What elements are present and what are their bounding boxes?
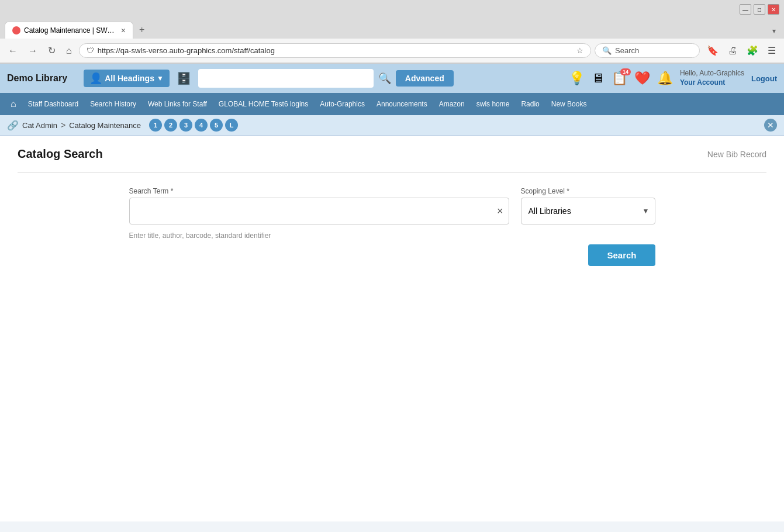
logout-button[interactable]: Logout [751,74,777,83]
nav-web-links[interactable]: Web Links for Staff [142,94,213,114]
search-glass-icon: 🔍 [602,46,612,55]
breadcrumb-num-1[interactable]: 1 [149,119,162,132]
search-button[interactable]: Search [588,244,655,266]
breadcrumb-numbers: 1 2 3 4 5 L [149,119,238,132]
account-link[interactable]: Your Account [680,78,725,88]
nav-auto-graphics[interactable]: Auto-Graphics [314,94,371,114]
browser-addressbar: ← → ↻ ⌂ 🛡 https://qa-swls-verso.auto-gra… [0,39,784,63]
page-title: Catalog Search [18,147,103,161]
extensions-button[interactable]: 🧩 [743,43,762,58]
user-section: Hello, Auto-Graphics Your Account [680,69,744,87]
maximize-button[interactable]: □ [754,4,765,15]
scoping-level-select[interactable]: All Libraries My Library My Group [521,198,655,224]
global-search-button[interactable]: 🔍 [378,72,391,85]
search-hint-text: Enter title, author, barcode, standard i… [129,232,655,240]
search-term-label: Search Term * [129,187,509,195]
nav-new-books[interactable]: New Books [545,94,593,114]
bookmarks-button[interactable]: 🔖 [703,43,722,58]
nav-radio[interactable]: Radio [515,94,545,114]
nav-staff-dashboard[interactable]: Staff Dashboard [22,94,85,114]
home-nav-button[interactable]: ⌂ [5,94,22,114]
window-controls: — □ ✕ [740,4,779,15]
bookmark-icon[interactable]: ☆ [576,46,583,55]
database-icon[interactable]: 🗄️ [177,71,191,85]
search-type-dropdown[interactable]: 👤 All Headings ▼ [84,70,170,87]
reports-icon-wrap[interactable]: 🖥 [592,71,605,86]
nav-search-history[interactable]: Search History [84,94,142,114]
breadcrumb-separator: > [61,120,65,130]
heart-icon: ❤️ [634,71,650,85]
favorites-icon-wrap[interactable]: ❤️ [634,71,650,86]
global-search-input[interactable] [198,69,374,88]
cat-admin-label: Cat Admin [22,121,57,130]
clear-search-button[interactable]: × [497,205,503,217]
advanced-button[interactable]: Advanced [396,70,454,87]
header-right: 💡 🖥 📋 14 ❤️ 🔔 Hello, Auto-Graphics Your … [569,69,777,87]
breadcrumb-num-4[interactable]: 4 [195,119,208,132]
search-term-input-wrap: × [129,198,509,224]
bell-icon: 🔔 [657,71,673,85]
back-button[interactable]: ← [5,43,21,58]
print-button[interactable]: 🖨 [724,43,741,58]
library-name: Demo Library [7,73,67,84]
menu-button[interactable]: ☰ [764,43,779,58]
nav-swls-home[interactable]: swls home [471,94,516,114]
search-placeholder: Search [615,46,639,55]
content-header: Catalog Search New Bib Record [18,147,766,161]
dropdown-chevron-icon: ▼ [157,74,164,82]
browser-titlebar: — □ ✕ [0,0,784,19]
breadcrumb-num-l[interactable]: L [225,119,238,132]
browser-actions: 🔖 🖨 🧩 ☰ [703,43,779,58]
search-button-row: Search [129,244,655,266]
person-icon: 👤 [89,72,102,85]
catalog-maintenance-label: Catalog Maintenance [69,121,141,130]
forward-button[interactable]: → [25,43,41,58]
alerts-icon-wrap[interactable]: 🔔 [657,71,673,86]
scoping-level-label: Scoping Level * [521,187,655,195]
browser-chrome: — □ ✕ Catalog Maintenance | SWLS | × + ▾… [0,0,784,64]
breadcrumb-num-2[interactable]: 2 [164,119,177,132]
scoping-level-group: Scoping Level * All Libraries My Library… [521,187,655,224]
navigation-bar: ⌂ Staff Dashboard Search History Web Lin… [0,93,784,115]
new-bib-record-link[interactable]: New Bib Record [707,150,766,159]
refresh-button[interactable]: ↻ [44,43,59,58]
breadcrumb-link-icon: 🔗 [7,120,19,131]
search-term-input[interactable] [129,198,509,224]
search-type-label: All Headings [105,74,154,83]
hello-text: Hello, Auto-Graphics [680,69,744,78]
breadcrumb-num-5[interactable]: 5 [210,119,223,132]
address-icons: ☆ [576,46,583,55]
notifications-icon-wrap[interactable]: 📋 14 [612,71,627,86]
active-tab[interactable]: Catalog Maintenance | SWLS | × [5,22,133,39]
search-form-row: Search Term * × Scoping Level * All Libr… [129,187,655,224]
browser-tabs: Catalog Maintenance | SWLS | × + ▾ [0,19,784,39]
catalog-search-form: Search Term * × Scoping Level * All Libr… [129,187,655,266]
tab-favicon [12,26,20,34]
tab-title: Catalog Maintenance | SWLS | [24,26,118,34]
nav-announcements[interactable]: Announcements [371,94,433,114]
notification-badge: 14 [620,68,631,75]
app-header: Demo Library 👤 All Headings ▼ 🗄️ 🔍 Advan… [0,64,784,93]
new-tab-button[interactable]: + [133,21,150,39]
home-button[interactable]: ⌂ [63,43,75,58]
minimize-button[interactable]: — [740,4,751,15]
address-bar[interactable]: 🛡 https://qa-swls-verso.auto-graphics.co… [79,43,591,58]
tab-expand-icon: ▾ [769,23,779,39]
shield-icon: 🛡 [87,46,94,55]
breadcrumb-bar: 🔗 Cat Admin > Catalog Maintenance 1 2 3 … [0,115,784,136]
search-term-group: Search Term * × [129,187,509,224]
breadcrumb-close-button[interactable]: ✕ [764,119,777,132]
breadcrumb-num-3[interactable]: 3 [179,119,192,132]
close-button[interactable]: ✕ [768,4,779,15]
lightbulb-icon[interactable]: 💡 [569,71,585,86]
tab-close-button[interactable]: × [121,26,126,35]
address-text: https://qa-swls-verso.auto-graphics.com/… [98,46,573,55]
nav-amazon[interactable]: Amazon [433,94,471,114]
content-divider [18,172,766,173]
nav-global-home[interactable]: GLOBAL HOME Test6 logins [213,94,314,114]
reports-icon: 🖥 [592,71,605,85]
main-content: Catalog Search New Bib Record Search Ter… [0,136,784,521]
scoping-select-wrap: All Libraries My Library My Group [521,198,655,224]
browser-search-box[interactable]: 🔍 Search [595,43,700,58]
